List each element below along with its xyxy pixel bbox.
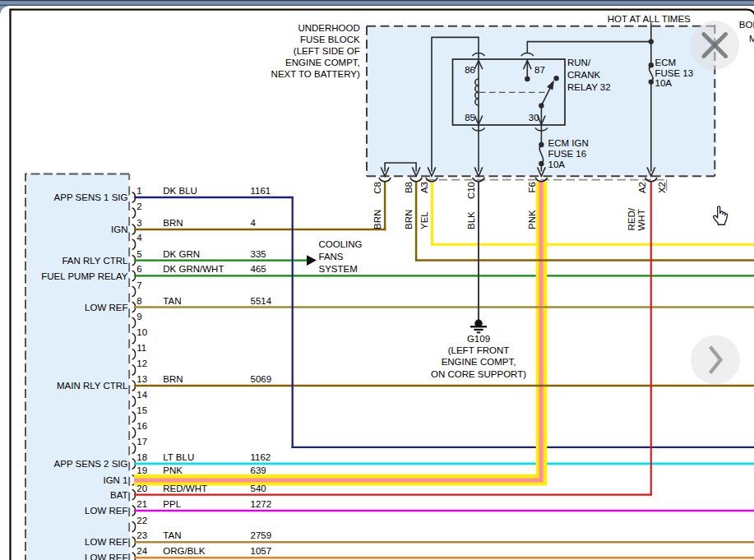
- svg-text:1272: 1272: [251, 499, 272, 509]
- svg-text:24: 24: [136, 546, 147, 556]
- svg-text:3: 3: [136, 218, 141, 228]
- svg-text:BRN: BRN: [163, 374, 183, 384]
- svg-text:23: 23: [136, 530, 147, 540]
- svg-text:F6: F6: [527, 182, 537, 192]
- svg-text:335: 335: [251, 249, 266, 259]
- svg-text:MO: MO: [749, 34, 754, 44]
- svg-text:BRN: BRN: [404, 210, 414, 229]
- svg-text:LOW REF: LOW REF: [85, 303, 127, 312]
- svg-text:ECM IGN: ECM IGN: [548, 138, 589, 148]
- svg-text:30: 30: [529, 113, 539, 123]
- svg-text:YEL: YEL: [419, 211, 429, 229]
- svg-text:10A: 10A: [655, 78, 673, 88]
- svg-text:COOLING: COOLING: [319, 239, 363, 249]
- svg-text:NEXT TO BATTERY): NEXT TO BATTERY): [271, 69, 360, 79]
- svg-text:16: 16: [136, 421, 147, 431]
- svg-text:9: 9: [136, 312, 141, 322]
- svg-text:ECM: ECM: [655, 58, 677, 67]
- svg-text:BAT: BAT: [110, 490, 128, 500]
- svg-text:APP SENS 2 SIG: APP SENS 2 SIG: [54, 459, 128, 469]
- svg-text:A2: A2: [637, 182, 647, 193]
- svg-text:LOW REF: LOW REF: [85, 506, 127, 516]
- svg-text:IGN: IGN: [111, 224, 127, 234]
- svg-text:C8: C8: [372, 182, 382, 194]
- svg-text:RELAY 32: RELAY 32: [567, 82, 611, 92]
- svg-text:86: 86: [465, 65, 475, 75]
- svg-text:PPL: PPL: [163, 499, 181, 509]
- svg-text:RUN/: RUN/: [567, 58, 591, 67]
- svg-text:5514: 5514: [251, 296, 272, 306]
- svg-text:A3: A3: [419, 182, 429, 193]
- svg-text:ENGINE COMPT,: ENGINE COMPT,: [285, 58, 360, 67]
- svg-text:PNK: PNK: [163, 465, 183, 475]
- svg-text:WHT: WHT: [636, 209, 646, 230]
- svg-text:85: 85: [465, 113, 475, 123]
- svg-text:RED/WHT: RED/WHT: [163, 484, 207, 493]
- svg-text:18: 18: [136, 452, 147, 462]
- svg-text:20: 20: [136, 484, 147, 493]
- svg-text:10: 10: [136, 327, 147, 337]
- svg-text:17: 17: [136, 437, 147, 447]
- svg-text:639: 639: [251, 465, 266, 475]
- svg-text:TAN: TAN: [163, 296, 181, 306]
- svg-text:12: 12: [136, 359, 147, 368]
- svg-text:TAN: TAN: [163, 530, 181, 540]
- svg-text:FUSE 16: FUSE 16: [548, 149, 587, 159]
- svg-text:13: 13: [136, 374, 147, 384]
- svg-text:(LEFT SIDE OF: (LEFT SIDE OF: [294, 46, 360, 56]
- svg-text:7: 7: [136, 280, 141, 290]
- svg-text:8: 8: [136, 296, 141, 306]
- svg-text:FAN RLY CTRL: FAN RLY CTRL: [62, 256, 128, 266]
- svg-text:10A: 10A: [548, 160, 566, 169]
- svg-text:22: 22: [136, 516, 147, 525]
- svg-text:14: 14: [136, 390, 147, 400]
- svg-text:G109: G109: [467, 334, 490, 344]
- svg-text:BRN: BRN: [163, 218, 183, 228]
- svg-text:6: 6: [136, 264, 141, 274]
- svg-text:21: 21: [136, 499, 147, 509]
- svg-text:19: 19: [136, 465, 147, 475]
- svg-text:DK GRN/WHT: DK GRN/WHT: [163, 264, 224, 274]
- svg-text:ON CORE SUPPORT): ON CORE SUPPORT): [431, 369, 526, 379]
- svg-text:FANS: FANS: [319, 252, 344, 261]
- svg-text:SYSTEM: SYSTEM: [319, 264, 358, 274]
- svg-text:FUSE 13: FUSE 13: [655, 68, 694, 78]
- svg-text:1162: 1162: [251, 452, 271, 462]
- svg-text:(LEFT FRONT: (LEFT FRONT: [448, 345, 510, 355]
- svg-text:15: 15: [136, 405, 147, 415]
- svg-text:X2: X2: [657, 182, 667, 193]
- svg-text:LOW REF: LOW REF: [85, 553, 127, 560]
- svg-text:2: 2: [136, 201, 141, 211]
- svg-text:LT BLU: LT BLU: [163, 452, 194, 462]
- svg-text:1: 1: [136, 186, 141, 196]
- svg-text:MAIN RLY CTRL: MAIN RLY CTRL: [57, 381, 128, 391]
- svg-text:APP SENS 1 SIG: APP SENS 1 SIG: [54, 192, 128, 202]
- svg-text:HOT AT ALL TIMES: HOT AT ALL TIMES: [608, 14, 691, 24]
- svg-text:UNDERHOOD: UNDERHOOD: [298, 23, 359, 33]
- svg-text:2759: 2759: [251, 530, 272, 540]
- svg-text:1057: 1057: [251, 546, 272, 556]
- svg-text:ENGINE COMPT,: ENGINE COMPT,: [442, 357, 516, 367]
- svg-text:465: 465: [251, 264, 266, 274]
- svg-text:87: 87: [534, 65, 545, 75]
- svg-text:1161: 1161: [251, 186, 271, 196]
- svg-text:C10: C10: [466, 182, 476, 199]
- svg-text:11: 11: [136, 343, 146, 353]
- svg-text:CRANK: CRANK: [567, 70, 601, 80]
- svg-text:BLK: BLK: [466, 211, 476, 229]
- svg-text:5069: 5069: [251, 374, 272, 384]
- svg-text:4: 4: [136, 233, 142, 243]
- svg-text:IGN 1: IGN 1: [103, 475, 127, 485]
- svg-text:LOW REF: LOW REF: [85, 537, 127, 547]
- svg-text:4: 4: [251, 218, 257, 228]
- svg-text:BODY: BODY: [739, 20, 754, 30]
- svg-text:5: 5: [136, 249, 141, 259]
- svg-text:ORG/BLK: ORG/BLK: [163, 546, 205, 556]
- svg-text:RED/: RED/: [627, 207, 636, 230]
- svg-text:PNK: PNK: [527, 210, 537, 229]
- svg-text:B8: B8: [404, 182, 414, 193]
- svg-text:DK BLU: DK BLU: [163, 186, 197, 196]
- svg-text:DK GRN: DK GRN: [163, 249, 200, 259]
- svg-text:540: 540: [251, 484, 266, 493]
- svg-text:FUEL PUMP RELAY: FUEL PUMP RELAY: [41, 271, 128, 281]
